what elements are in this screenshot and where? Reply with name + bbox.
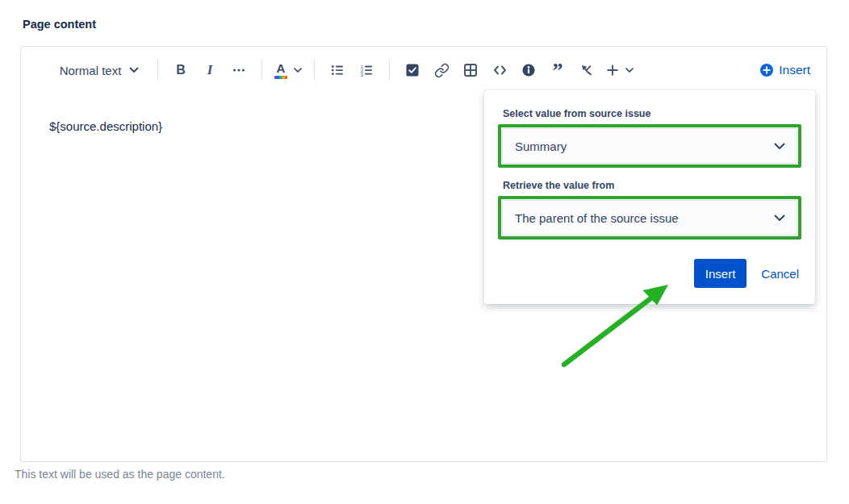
info-icon (521, 63, 536, 77)
chevron-down-icon (625, 68, 634, 73)
toolbar-divider (314, 60, 315, 81)
code-button[interactable] (487, 57, 512, 83)
link-icon (434, 63, 450, 78)
decision-icon (579, 63, 594, 77)
insert-more-dropdown[interactable] (604, 57, 635, 83)
popup-actions: Insert Cancel (500, 259, 799, 288)
bold-icon: B (176, 63, 186, 77)
toolbar-insert-label: Insert (779, 63, 810, 77)
retrieve-field-value: The parent of the source issue (515, 211, 679, 225)
more-formatting-button[interactable] (227, 57, 251, 83)
more-icon (232, 63, 246, 77)
toolbar-divider (261, 60, 262, 81)
editor-toolbar: Normal text B I A 123 (21, 47, 826, 89)
task-list-button[interactable] (400, 57, 424, 83)
bullet-list-button[interactable] (325, 57, 349, 83)
source-field-highlight: Summary (498, 124, 801, 168)
retrieve-field-select[interactable]: The parent of the source issue (502, 200, 797, 235)
table-button[interactable] (458, 57, 483, 83)
bullet-list-icon (330, 63, 345, 77)
ordered-list-button[interactable]: 123 (354, 57, 378, 83)
code-icon (492, 63, 508, 77)
toolbar-divider (389, 60, 390, 81)
retrieve-field-highlight: The parent of the source issue (498, 196, 801, 240)
toolbar-insert-button[interactable]: Insert (759, 63, 810, 77)
page-title: Page content (23, 18, 96, 31)
editor-content-text: ${source.description} (49, 119, 162, 133)
svg-text:3: 3 (361, 73, 364, 77)
link-button[interactable] (429, 57, 454, 83)
chevron-down-icon (294, 68, 302, 73)
popup-insert-button[interactable]: Insert (694, 259, 747, 288)
chevron-down-icon (129, 67, 139, 73)
chevron-down-icon (774, 143, 785, 150)
italic-button[interactable]: I (198, 57, 222, 83)
retrieve-field-label: Retrieve the value from (503, 180, 801, 191)
quote-button[interactable]: ” (546, 57, 570, 83)
block-type-label: Normal text (60, 64, 122, 77)
checkbox-icon (405, 63, 420, 77)
source-field-select[interactable]: Summary (502, 128, 797, 164)
italic-icon: I (207, 62, 213, 78)
chevron-down-icon (774, 215, 785, 222)
insert-plus-icon (759, 63, 774, 77)
text-color-button[interactable]: A (273, 57, 303, 83)
text-color-icon: A (274, 62, 287, 79)
ordered-list-icon: 123 (359, 63, 374, 77)
source-field-value: Summary (515, 140, 567, 153)
helper-text: This text will be used as the page conte… (15, 468, 225, 481)
block-type-dropdown[interactable]: Normal text (52, 57, 147, 83)
bold-button[interactable]: B (169, 57, 193, 83)
quote-icon: ” (553, 67, 563, 80)
table-icon (463, 63, 478, 77)
source-field-label: Select value from source issue (503, 108, 801, 119)
info-panel-button[interactable] (517, 57, 541, 83)
popup-cancel-link[interactable]: Cancel (761, 267, 799, 281)
toolbar-divider (157, 60, 158, 81)
plus-icon (605, 63, 620, 77)
decision-button[interactable] (575, 57, 599, 83)
insert-value-popup: Select value from source issue Summary R… (484, 90, 815, 304)
